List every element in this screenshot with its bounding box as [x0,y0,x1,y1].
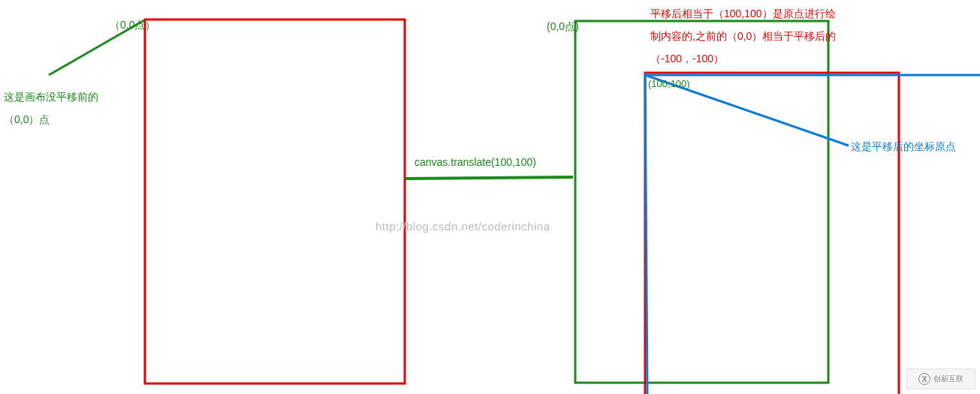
translate-method-label: canvas.translate(100,100) [415,154,536,170]
left-canvas-rect [145,20,405,383]
red-desc-line1: 平移后相当于（100,100）是原点进行绘 [650,5,836,22]
red-desc-line3: （-100，-100） [650,50,724,67]
right-translated-rect [645,73,899,394]
brand-watermark: X 创新互联 [906,368,975,389]
brand-icon: X [918,373,930,385]
right-origin-label: (0,0点) [547,18,579,35]
brand-text: 创新互联 [933,374,963,384]
left-desc-line1: 这是画布没平移前的 [4,89,98,105]
left-origin-label: （0,0点） [110,17,155,33]
blue-desc-label: 这是平移后的坐标原点 [851,138,956,155]
diagram-svg [0,0,980,394]
watermark-url: http://blog.csdn.net/coderinchina [375,218,550,236]
red-desc-line2: 制内容的,之前的（0,0）相当于平移后的 [650,28,836,44]
right-translated-label: (100,100) [648,77,690,92]
translate-connector [405,177,573,179]
left-desc-line2: （0,0）点 [4,111,50,128]
